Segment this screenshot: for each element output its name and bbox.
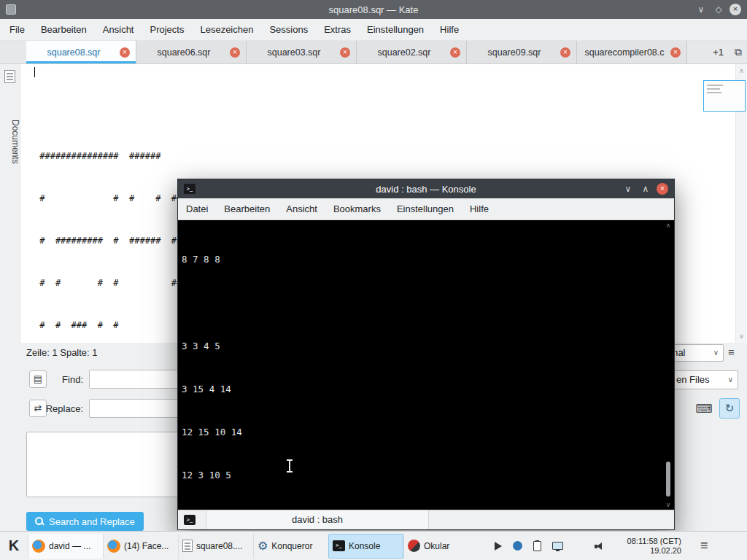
firefox-icon bbox=[32, 540, 45, 553]
document-tab[interactable]: square06.sqr × bbox=[136, 41, 247, 63]
task-label: Konqueror bbox=[271, 541, 312, 551]
kate-app-icon bbox=[6, 4, 16, 15]
terminal-line: 12 3 10 5 bbox=[182, 470, 661, 481]
minimap-mark bbox=[707, 85, 723, 86]
terminal-line: 8 7 8 8 bbox=[182, 254, 661, 265]
cursor-position-label: Zeile: 1 Spalte: 1 bbox=[26, 347, 98, 358]
tab-close-icon[interactable]: × bbox=[670, 47, 681, 58]
task-button-firefox-facebook[interactable]: (14) Face... bbox=[103, 534, 178, 559]
documents-sidebar[interactable]: Documents bbox=[0, 64, 20, 343]
scrollbar-thumb[interactable] bbox=[666, 462, 670, 497]
maximize-icon[interactable]: ∧ bbox=[639, 182, 652, 195]
volume-icon[interactable] bbox=[595, 542, 604, 551]
display-icon[interactable] bbox=[552, 542, 563, 550]
system-tray bbox=[495, 541, 604, 551]
kate-menu-item[interactable]: Einstellungen bbox=[359, 19, 432, 41]
konsole-menu-item[interactable]: Bearbeiten bbox=[216, 198, 278, 220]
tab-close-icon[interactable]: × bbox=[450, 47, 460, 58]
document-tab[interactable]: square09.sqr × bbox=[467, 41, 577, 63]
task-button-firefox-david[interactable]: david — ... bbox=[28, 534, 103, 559]
document-tab[interactable]: square03.sqr × bbox=[247, 41, 357, 63]
find-label: Find: bbox=[32, 374, 83, 385]
kde-launcher-button[interactable]: K bbox=[0, 537, 28, 554]
kate-menu-item[interactable]: Extras bbox=[316, 19, 359, 41]
kate-menu-item[interactable]: Bearbeiten bbox=[33, 19, 95, 41]
terminal-line: 12 15 10 14 bbox=[182, 427, 661, 438]
desktop: square08.sqr — Kate ∨ ◇ × File Bearbeite… bbox=[0, 0, 747, 560]
terminal-scrollbar[interactable]: ∧ ∨ bbox=[664, 222, 673, 508]
terminal-line: 3 15 4 14 bbox=[182, 384, 661, 395]
tab-close-icon[interactable]: × bbox=[120, 47, 130, 58]
kate-menu-item[interactable]: Projects bbox=[142, 19, 192, 41]
konsole-session-tab[interactable]: david : bash bbox=[206, 510, 429, 529]
kate-tabbar: square08.sqr × square06.sqr × square03.s… bbox=[0, 41, 747, 64]
kate-menu-item[interactable]: Ansicht bbox=[95, 19, 142, 41]
tab-label: square03.sqr bbox=[252, 47, 336, 58]
tabbar-spacer bbox=[687, 41, 707, 63]
more-tabs-button[interactable]: +1 bbox=[707, 41, 729, 63]
konsole-window: >_ david : bash — Konsole ∨ ∧ × Datei Be… bbox=[177, 179, 675, 530]
insert-mode-icon[interactable]: ≡ bbox=[728, 346, 735, 358]
chevron-down-icon: ∨ bbox=[713, 345, 719, 361]
konsole-menubar: Datei Bearbeiten Ansicht Bookmarks Einst… bbox=[178, 198, 674, 220]
refresh-button[interactable]: ↻ bbox=[719, 398, 740, 419]
konsole-menu-item[interactable]: Hilfe bbox=[462, 198, 497, 220]
tab-close-icon[interactable]: × bbox=[560, 47, 570, 58]
kate-menu-item[interactable]: File bbox=[1, 19, 33, 41]
task-label: david — ... bbox=[49, 541, 90, 551]
keyboard-icon[interactable]: ⌨ bbox=[694, 400, 713, 419]
task-button-okular[interactable]: Okular bbox=[403, 534, 479, 559]
clipboard-icon[interactable] bbox=[533, 541, 541, 551]
tab-close-icon[interactable]: × bbox=[340, 47, 350, 58]
task-label: Okular bbox=[424, 541, 449, 551]
network-icon[interactable] bbox=[513, 541, 522, 551]
new-tab-icon[interactable]: >_ bbox=[184, 515, 196, 525]
kate-menu-item[interactable]: Lesezeichen bbox=[192, 19, 261, 41]
scroll-up-icon[interactable]: ∧ bbox=[664, 222, 673, 229]
search-icon bbox=[35, 517, 44, 526]
konsole-menu-item[interactable]: Ansicht bbox=[278, 198, 325, 220]
konsole-titlebar[interactable]: >_ david : bash — Konsole ∨ ∧ × bbox=[178, 179, 674, 198]
tab-label: square06.sqr bbox=[142, 47, 225, 58]
close-icon[interactable]: × bbox=[657, 183, 668, 195]
task-buttons: david — ... (14) Face... square08.... ⚙ … bbox=[28, 534, 479, 559]
task-button-kate[interactable]: square08.... bbox=[178, 534, 253, 559]
kate-menu-item[interactable]: Sessions bbox=[261, 19, 316, 41]
document-tab[interactable]: square02.sqr × bbox=[357, 41, 467, 63]
terminal-line bbox=[182, 298, 661, 309]
konsole-menu-item[interactable]: Datei bbox=[178, 198, 216, 220]
document-tab[interactable]: square08.sqr × bbox=[26, 41, 136, 63]
tab-label: square02.sqr bbox=[363, 47, 446, 58]
tab-close-icon[interactable]: × bbox=[230, 47, 240, 58]
tab-label: square09.sqr bbox=[473, 47, 556, 58]
konsole-titlebar-buttons: ∨ ∧ × bbox=[622, 182, 674, 195]
clock[interactable]: 08:11:58 (CET) 19.02.20 bbox=[617, 537, 681, 556]
konsole-menu-item[interactable]: Bookmarks bbox=[325, 198, 389, 220]
scroll-down-icon[interactable]: ∨ bbox=[664, 501, 673, 508]
terminal-line: 3 3 4 5 bbox=[182, 341, 661, 352]
text-caret bbox=[34, 67, 35, 77]
task-button-konqueror[interactable]: ⚙ Konqueror bbox=[253, 534, 328, 559]
scrollbar-minimap[interactable] bbox=[703, 80, 746, 112]
terminal-output[interactable]: 8 7 8 8 3 3 4 5 3 15 4 14 12 15 10 14 12… bbox=[178, 220, 674, 510]
documents-sidebar-label[interactable]: Documents bbox=[0, 90, 20, 192]
scroll-down-icon[interactable]: ∨ bbox=[736, 332, 747, 340]
replace-label: Replace: bbox=[32, 403, 83, 414]
task-button-konsole[interactable]: >_ Konsole bbox=[328, 534, 403, 559]
document-tab[interactable]: squarecompiler08.c × bbox=[577, 41, 687, 63]
media-play-icon[interactable] bbox=[495, 542, 502, 551]
maximize-icon[interactable]: ◇ bbox=[712, 3, 725, 16]
search-and-replace-button[interactable]: Search and Replace bbox=[26, 512, 144, 531]
panel-menu-icon[interactable]: ≡ bbox=[700, 538, 708, 553]
close-icon[interactable]: × bbox=[729, 4, 741, 15]
kate-titlebar[interactable]: square08.sqr — Kate ∨ ◇ × bbox=[0, 0, 747, 19]
konsole-menu-item[interactable]: Einstellungen bbox=[389, 198, 462, 220]
konqueror-gear-icon: ⚙ bbox=[258, 540, 268, 553]
window-list-icon[interactable]: ⧉ bbox=[729, 41, 747, 63]
scroll-up-icon[interactable]: ∧ bbox=[736, 67, 747, 74]
minimize-icon[interactable]: ∨ bbox=[694, 3, 708, 16]
minimize-icon[interactable]: ∨ bbox=[622, 182, 635, 195]
kate-menu-item[interactable]: Hilfe bbox=[432, 19, 467, 41]
documents-icon[interactable] bbox=[4, 70, 15, 83]
editor-line: ############### ###### bbox=[34, 151, 735, 162]
